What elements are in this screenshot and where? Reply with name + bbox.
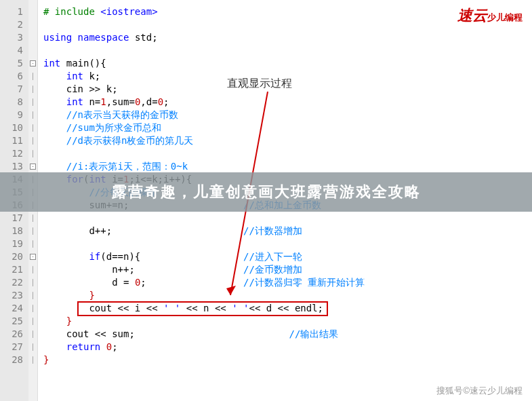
code-line: return 0; (43, 341, 532, 354)
code-line: int main(){ (43, 57, 532, 70)
code-line: d++; //计数器增加 (43, 225, 532, 237)
code-line: //d表示获得n枚金币的第几天 (43, 134, 532, 147)
code-line: n++; //金币数增加 (43, 263, 532, 276)
svg-marker-1 (226, 286, 236, 295)
fold-toggle-icon[interactable]: - (30, 254, 36, 260)
code-line: if(d==n){ //进入下一轮 (43, 250, 532, 263)
annotation-text: 直观显示过程 (227, 77, 292, 91)
fold-toggle-icon[interactable]: - (30, 60, 36, 66)
fold-toggle-icon[interactable]: - (30, 164, 36, 170)
watermark-text: 搜狐号©速云少儿编程 (436, 385, 523, 397)
code-line: //i:表示第i天，范围：0~k (43, 160, 532, 173)
code-line: //sum为所求金币总和 (43, 121, 532, 134)
code-line: int n=1,sum=0,d=0; (43, 96, 532, 109)
code-line: } (43, 315, 532, 328)
code-line: } (43, 289, 532, 302)
highlight-box (77, 301, 328, 316)
code-line: cout << sum; //输出结果 (43, 328, 532, 341)
code-line: //n表示当天获得的金币数 (43, 109, 532, 121)
code-line: d = 0; //计数器归零 重新开始计算 (43, 276, 532, 289)
code-line: } (43, 354, 532, 366)
overlay-banner: 露营奇趣，儿童创意画大班露营游戏全攻略 (0, 172, 532, 212)
brand-logo: 速云少儿编程 (457, 5, 523, 26)
code-line: using namespace std; (43, 31, 532, 44)
